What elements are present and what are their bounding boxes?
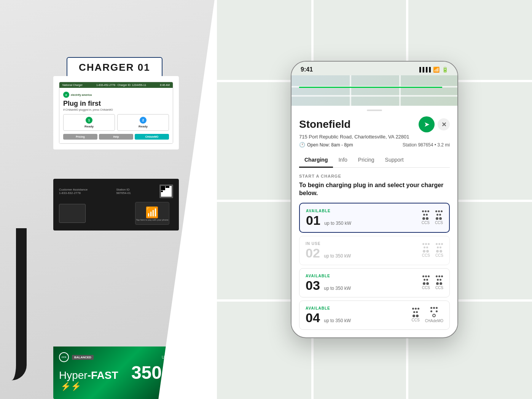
phone-map-road-v1 — [350, 75, 351, 106]
dot — [441, 210, 443, 212]
black-panel-header: Customer Assistance 1-833-632-2778 Stati… — [59, 184, 173, 198]
navigate-button[interactable]: ➤ — [419, 116, 435, 132]
battery-icon: 🔋 — [442, 67, 448, 73]
charger-right-01: CCS — [422, 210, 443, 225]
charger-label-container: CHARGER 01 — [67, 57, 162, 78]
customer-assistance: Customer Assistance 1-833-632-2778 — [59, 188, 88, 195]
screen-body: e electrify america Plug in first If CHA… — [59, 88, 173, 143]
charger-left-03: AVAILABLE 03 up to 350 kW — [306, 274, 351, 292]
right-panel: 9:41 ▐▐▐▐ 📶 🔋 Stonefield ➤ — [217, 0, 532, 399]
connector-1-status: Ready — [66, 125, 112, 128]
charger-left-01: AVAILABLE 01 up to 350 kW — [306, 209, 351, 227]
balanced-badge: BALANCED — [72, 355, 94, 360]
section-label: START A CHARGE — [299, 174, 450, 178]
charger-num-02: 02 — [306, 246, 320, 260]
charger-kw-03: up to 350 kW — [324, 286, 351, 291]
sheet-title-row: Stonefield ➤ ✕ — [299, 116, 450, 132]
charger-card-04[interactable]: AVAILABLE 04 up to 350 kW — [299, 300, 450, 330]
tab-charging[interactable]: Charging — [299, 153, 333, 168]
charger-card-02[interactable]: IN USE 02 up to 350 kW — [299, 236, 450, 265]
help-button[interactable]: Help — [99, 134, 133, 140]
connector-label-ccs2-02: CCS — [435, 253, 443, 258]
ccs-large-dots — [436, 217, 442, 220]
station-name: Stonefield — [299, 118, 350, 130]
charger-status-02: IN USE — [306, 242, 351, 246]
close-button[interactable]: ✕ — [438, 118, 450, 130]
screen-subtitle: If CHAdeMO plugged in, press CHAdeMO — [63, 108, 169, 111]
tab-pricing[interactable]: Pricing — [353, 153, 380, 168]
navigate-icon: ➤ — [424, 120, 430, 129]
dot-large — [426, 217, 428, 220]
screen-header-center: 1-833-452-2778 · Charger ID: 1234456-11 — [96, 84, 146, 86]
connector-label-ccs1: CCS — [422, 221, 430, 225]
card-reader[interactable]: 📶 Tap here to pay with your phone — [135, 202, 169, 225]
charger-card-03[interactable]: AVAILABLE 03 up to 350 kW — [299, 268, 450, 297]
connector-1-num: 1 — [86, 117, 92, 124]
connector-ccs1-02: CCS — [422, 243, 430, 258]
charger-status-04: AVAILABLE — [306, 306, 351, 310]
charger-num-01: 01 — [306, 213, 320, 227]
station-id-block: Station ID 987654-01 — [116, 188, 131, 195]
connector-2-card: 2 Ready — [117, 114, 169, 131]
open-hours: Open Now: 8am - 8pm — [307, 142, 353, 148]
connector-ccs1-01: CCS — [422, 210, 430, 225]
charger-num-03: 03 — [306, 278, 320, 292]
small-screen — [59, 204, 86, 223]
dot — [426, 214, 428, 216]
pricing-button[interactable]: Pricing — [63, 134, 97, 140]
dot — [436, 214, 438, 216]
screen-car-area: 1 Ready 2 Ready — [63, 114, 169, 131]
phone-map-road-v2 — [399, 75, 401, 106]
charger-kw-01: up to 350 kW — [324, 221, 351, 226]
tab-info[interactable]: Info — [333, 153, 352, 168]
screen-header: National Charger 1-833-452-2778 · Charge… — [59, 82, 173, 88]
connector-label-ccs2: CCS — [435, 221, 443, 225]
charger-num-04: 04 — [306, 310, 320, 325]
dot — [427, 210, 429, 212]
ccs-top-dots — [422, 210, 429, 212]
connector-ccs2-01: CCS — [435, 210, 443, 225]
black-panel: Customer Assistance 1-833-632-2778 Stati… — [53, 179, 179, 230]
connector-2-status: Ready — [120, 125, 166, 128]
screen-header-right: 8:46 AM — [160, 84, 170, 86]
connector-1-card: 1 Ready — [63, 114, 115, 131]
phone-sheet: Stonefield ➤ ✕ 715 Port Republic Road, C… — [291, 110, 457, 330]
tab-support[interactable]: Support — [380, 153, 409, 168]
connector-ccs1-03: CCS — [422, 275, 430, 290]
charger-num-kw-03: 03 up to 350 kW — [306, 279, 351, 292]
green-strip: CCS BALANCED UP TO Hyper-FAST ⚡⚡ 350kW — [53, 347, 179, 399]
chademo-dots-top — [430, 307, 438, 309]
connector-label-ccs-04: CCS — [412, 318, 420, 322]
connector-ccs2-02: CCS — [435, 243, 443, 258]
charger-card-01[interactable]: AVAILABLE 01 up to 350 kW — [299, 203, 450, 233]
screen-inner: National Charger 1-833-452-2778 · Charge… — [59, 82, 173, 144]
sheet-actions: ➤ ✕ — [419, 116, 450, 132]
phone-map-route — [299, 87, 442, 88]
screen-panel: National Charger 1-833-452-2778 · Charge… — [53, 76, 179, 149]
charger-right-04: CCS — [412, 307, 443, 323]
charger-num-kw-01: 01 up to 350 kW — [306, 214, 351, 227]
station-id-distance: Station 987654 • 3.2 mi — [403, 142, 450, 148]
section-desc: To begin charging plug in and select you… — [299, 181, 450, 197]
chademo-dots-mid — [430, 310, 438, 312]
phone: 9:41 ▐▐▐▐ 📶 🔋 Stonefield ➤ — [291, 61, 458, 338]
status-bar: 9:41 ▐▐▐▐ 📶 🔋 — [291, 62, 457, 75]
chademo-button[interactable]: CHAdeMO — [135, 134, 169, 140]
charger-kw-04: up to 350 kW — [324, 318, 351, 323]
ccs-top-dots — [435, 210, 443, 212]
sheet-handle — [367, 110, 382, 111]
dot — [423, 214, 425, 216]
screen-logo: e electrify america — [63, 92, 169, 98]
screen-logo-text: electrify america — [71, 94, 92, 96]
clock-icon: 🕐 — [299, 142, 305, 148]
wifi-icon: 📶 — [433, 67, 440, 73]
connector-label-ccs1-03: CCS — [422, 286, 430, 290]
black-panel-row: 📶 Tap here to pay with your phone — [59, 202, 173, 225]
ccs-mid-dots — [423, 214, 428, 216]
charger-label: CHARGER 01 — [79, 62, 150, 73]
station-meta: 🕐 Open Now: 8am - 8pm Station 987654 • 3… — [299, 142, 450, 148]
charger-num-kw-02: 02 up to 350 kW — [306, 246, 351, 259]
status-icons: ▐▐▐▐ 📶 🔋 — [418, 67, 448, 73]
signal-icon: ▐▐▐▐ — [418, 67, 431, 72]
up-to-label: UP TO — [162, 355, 173, 359]
